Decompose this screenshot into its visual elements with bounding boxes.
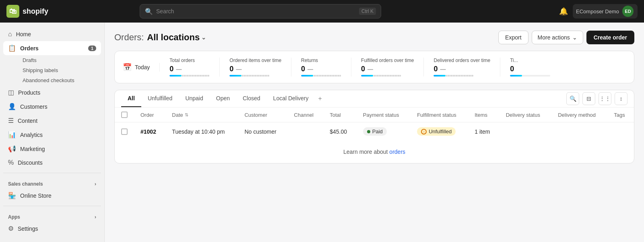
metric-dash: — xyxy=(308,66,313,72)
fulfillment-status-badge: ○ Unfulfilled xyxy=(417,127,456,136)
metric-label: Fulfilled orders over time xyxy=(361,58,414,63)
export-button[interactable]: Export xyxy=(498,31,528,44)
analytics-icon: 📊 xyxy=(8,131,16,139)
main-layout: ⌂ Home 📋 Orders 1 Drafts Shipping labels… xyxy=(0,23,644,242)
shopify-logo[interactable]: 🛍 shopify xyxy=(6,5,48,18)
sidebar-item-abandoned-checkouts[interactable]: Abandoned checkouts xyxy=(18,75,101,85)
tab-open[interactable]: Open xyxy=(210,90,236,107)
columns-button[interactable]: ⋮⋮ xyxy=(599,92,611,105)
sidebar-item-shipping-labels[interactable]: Shipping labels xyxy=(18,65,101,75)
avatar: ED xyxy=(622,6,634,17)
chart-fill xyxy=(433,75,446,77)
chart-fill xyxy=(361,75,373,77)
channel-cell xyxy=(287,122,323,141)
orders-tabs: All Unfulfilled Unpaid Open Closed Local… xyxy=(115,90,634,108)
learn-more-text: Learn more about xyxy=(343,149,388,155)
content-icon: ☰ xyxy=(8,117,14,124)
location-selector[interactable]: All locations ⌄ xyxy=(147,32,206,43)
search-icon: 🔍 xyxy=(145,8,153,15)
search-table-button[interactable]: 🔍 xyxy=(566,92,579,105)
add-tab-button[interactable]: + xyxy=(315,90,325,107)
sidebar-item-marketing[interactable]: 📢 Marketing xyxy=(3,142,101,156)
chart-fill xyxy=(229,75,242,77)
order-link[interactable]: #1002 xyxy=(140,128,156,135)
metric-dash: — xyxy=(176,66,182,72)
expand-icon[interactable]: › xyxy=(95,181,96,187)
chevron-down-icon: ⌄ xyxy=(201,34,206,41)
payment-status-badge: Paid xyxy=(363,127,387,136)
search-input[interactable] xyxy=(156,8,356,14)
sidebar-item-discounts[interactable]: % Discounts xyxy=(3,156,101,170)
sidebar-item-label: Customers xyxy=(20,103,47,110)
tags-cell xyxy=(607,122,634,141)
metric-value: 0 — xyxy=(361,65,414,73)
sidebar-item-products[interactable]: ◫ Products xyxy=(3,85,101,99)
stats-date[interactable]: 📅 Today xyxy=(123,63,160,72)
stats-metric-ordered-items: Ordered items over time 0 — xyxy=(220,58,291,77)
user-menu[interactable]: EComposer Demo ED xyxy=(573,4,638,19)
delivery-status-column-header: Delivery status xyxy=(500,108,551,122)
order-cell: #1002 xyxy=(134,122,165,141)
apps-label: Apps xyxy=(8,214,20,220)
main-content: Orders: All locations ⌄ Export More acti… xyxy=(105,23,644,242)
total-cell: $45.00 xyxy=(323,122,357,141)
metric-value: 0 — xyxy=(433,65,490,73)
notification-bell-icon[interactable]: 🔔 xyxy=(559,7,568,16)
sidebar-item-orders[interactable]: 📋 Orders 1 xyxy=(3,41,101,55)
metric-chart xyxy=(301,75,341,77)
filter-button[interactable]: ⊟ xyxy=(582,92,595,105)
metric-chart xyxy=(361,75,401,77)
metric-number: 0 xyxy=(361,65,365,73)
learn-more-section: Learn more about orders xyxy=(115,141,634,163)
tab-closed[interactable]: Closed xyxy=(236,90,267,107)
sidebar-item-online-store[interactable]: 🏪 Online Store xyxy=(3,188,101,203)
expand-apps-icon[interactable]: › xyxy=(95,214,96,220)
chart-dotted xyxy=(373,75,401,77)
sidebar-item-label: Marketing xyxy=(20,146,45,152)
sidebar-item-home[interactable]: ⌂ Home xyxy=(3,27,101,41)
tab-unpaid[interactable]: Unpaid xyxy=(179,90,209,107)
metric-label: Ordered items over time xyxy=(229,58,281,63)
tab-all[interactable]: All xyxy=(121,90,141,107)
fulfillment-status-column-header: Fulfillment status xyxy=(411,108,468,122)
channel-column-header: Channel xyxy=(287,108,323,122)
stats-metric-extra: Ti... 0 xyxy=(500,58,560,77)
sidebar-item-content[interactable]: ☰ Content xyxy=(3,114,101,128)
sidebar-item-settings[interactable]: ⚙ Settings xyxy=(3,221,101,236)
total-column-header: Total xyxy=(323,108,357,122)
date-cell: Tuesday at 10:40 pm xyxy=(165,122,238,141)
more-actions-button[interactable]: More actions ⌄ xyxy=(532,31,583,44)
chart-dotted xyxy=(446,75,474,77)
select-all-checkbox[interactable] xyxy=(121,112,128,118)
metric-dash: — xyxy=(367,66,373,72)
sidebar: ⌂ Home 📋 Orders 1 Drafts Shipping labels… xyxy=(0,23,105,242)
customers-icon: 👤 xyxy=(8,103,16,110)
sidebar-item-drafts[interactable]: Drafts xyxy=(18,55,101,65)
row-checkbox[interactable] xyxy=(121,128,128,135)
tab-unfulfilled[interactable]: Unfulfilled xyxy=(141,90,179,107)
stats-metric-total-orders: Total orders 0 — xyxy=(160,58,220,77)
sidebar-item-label: Abandoned checkouts xyxy=(23,77,74,83)
settings-icon: ⚙ xyxy=(8,225,14,232)
chart-dotted xyxy=(313,75,341,77)
sort-icon: ⇅ xyxy=(185,112,188,118)
sort-button[interactable]: ↕ xyxy=(615,92,627,105)
tab-local-delivery[interactable]: Local Delivery xyxy=(267,90,315,107)
top-navigation: 🛍 shopify 🔍 Ctrl K 🔔 EComposer Demo ED xyxy=(0,0,644,23)
products-icon: ◫ xyxy=(8,89,14,96)
select-all-header xyxy=(115,108,134,122)
page-header: Orders: All locations ⌄ Export More acti… xyxy=(114,31,634,44)
orders-learn-more-link[interactable]: orders xyxy=(389,149,405,155)
delivery-status-cell xyxy=(500,122,551,141)
metric-dash: — xyxy=(440,66,446,72)
row-checkbox-cell xyxy=(115,122,134,141)
delivery-method-cell xyxy=(551,122,607,141)
search-bar[interactable]: 🔍 Ctrl K xyxy=(140,4,381,19)
sidebar-item-customers[interactable]: 👤 Customers xyxy=(3,99,101,114)
sidebar-item-label: Products xyxy=(18,89,40,96)
title-prefix: Orders: xyxy=(114,32,144,43)
chart-fill xyxy=(169,75,182,77)
date-column-header[interactable]: Date ⇅ xyxy=(165,108,238,122)
sidebar-item-analytics[interactable]: 📊 Analytics xyxy=(3,128,101,142)
create-order-button[interactable]: Create order xyxy=(586,31,634,44)
